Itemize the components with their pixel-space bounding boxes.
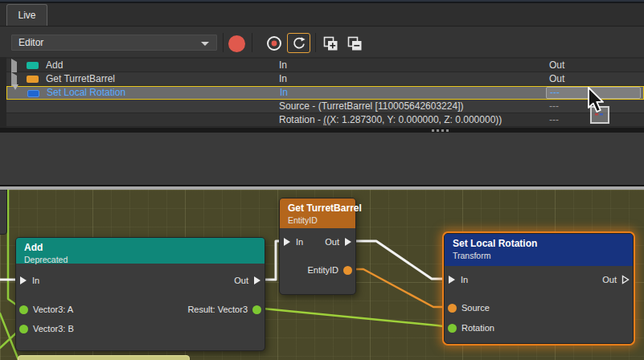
toolbar-separator	[223, 33, 224, 52]
debug-node-tree: Add In Out Get TurretBarrel In Out Set L…	[0, 57, 644, 128]
node-subtitle: EntityID	[288, 215, 347, 225]
script-canvas-debugger-window: Live Editor	[0, 0, 644, 360]
data-pin-icon	[252, 305, 261, 314]
capture-target-button[interactable]	[264, 33, 285, 54]
tab-live-label: Live	[18, 10, 35, 21]
pin-result-vector3[interactable]: Result: Vector3	[187, 305, 261, 314]
pin-rotation[interactable]: Rotation	[448, 323, 494, 333]
out-cell-hover-highlight[interactable]	[546, 87, 641, 99]
pin-entityid[interactable]: EntityID	[307, 265, 352, 275]
pin-exec-out[interactable]: Out	[602, 275, 630, 284]
tree-gutter	[0, 57, 6, 128]
pin-label: Result: Vector3	[187, 305, 248, 314]
record-icon	[228, 35, 245, 52]
record-target-icon	[265, 35, 283, 52]
collapse-all-button[interactable]	[344, 33, 365, 54]
pin-vector3-b[interactable]: Vector3: B	[19, 324, 74, 333]
node-color-chip	[27, 76, 39, 83]
data-pin-icon	[448, 324, 457, 333]
exec-pin-icon	[19, 276, 27, 285]
node-set-local-rotation[interactable]: Set Local Rotation Transform In Out Sour…	[444, 233, 634, 344]
pin-exec-out[interactable]: Out	[234, 276, 261, 285]
data-pin-icon	[448, 304, 457, 313]
tree-row-label: Add	[46, 59, 63, 71]
pin-exec-in[interactable]: In	[283, 237, 303, 247]
tree-row-out-cell[interactable]: ---	[550, 87, 560, 98]
tree-row-get-turretbarrel[interactable]: Get TurretBarrel In Out	[6, 72, 644, 86]
tree-subrow-label: Source - (TurretBarrel [110005642603224]…	[279, 100, 463, 112]
tree-row-in-cell[interactable]: In	[279, 73, 287, 84]
pin-label: In	[296, 237, 303, 247]
wire-entityid-to-source[interactable]	[348, 269, 447, 307]
tree-row-set-local-rotation-selected[interactable]: Set Local Rotation In ---	[6, 86, 644, 100]
exec-pin-icon	[344, 237, 352, 247]
tree-row-out-cell[interactable]: Out	[549, 73, 564, 84]
exec-pin-hollow-icon	[621, 275, 630, 284]
tree-row-in-cell[interactable]: In	[279, 59, 287, 71]
data-pin-icon	[19, 325, 28, 333]
node-color-chip	[27, 62, 39, 69]
node-set-header[interactable]: Set Local Rotation Transform	[445, 234, 633, 266]
exec-pin-icon	[448, 275, 456, 284]
pin-label: In	[461, 275, 468, 284]
target-select-value: Editor	[18, 37, 43, 48]
pin-label: EntityID	[307, 265, 338, 275]
tree-row-add[interactable]: Add In Out	[6, 59, 644, 72]
pin-label: Vector3: A	[33, 305, 73, 314]
pin-label: Out	[325, 237, 339, 247]
tree-row-out-cell[interactable]: Out	[549, 59, 564, 71]
tree-row-label: Get TurretBarrel	[46, 73, 115, 84]
pin-label: Source	[461, 303, 490, 313]
node-title: Add	[24, 242, 256, 253]
pin-exec-in[interactable]: In	[19, 276, 39, 285]
refresh-icon	[292, 36, 306, 51]
empty-panel	[0, 133, 644, 185]
pin-label: Rotation	[461, 323, 494, 333]
pin-source[interactable]: Source	[448, 303, 490, 313]
tab-live[interactable]: Live	[6, 4, 47, 26]
tree-row-in-cell[interactable]: In	[280, 87, 288, 98]
wire-result-to-rotation[interactable]	[263, 309, 448, 327]
target-select[interactable]: Editor	[11, 35, 217, 51]
splitter-handle-icon	[432, 129, 449, 132]
exec-pin-icon	[283, 237, 291, 247]
pin-vector3-a[interactable]: Vector3: A	[19, 305, 73, 314]
script-canvas-graph[interactable]: Add Deprecated In Out Vector3: A Vector3…	[0, 190, 644, 360]
pin-label: Out	[234, 276, 248, 285]
node-add[interactable]: Add Deprecated In Out Vector3: A Vector3…	[15, 237, 265, 351]
node-subtitle: Transform	[453, 251, 625, 260]
exec-pin-icon	[253, 276, 261, 285]
data-pin-icon	[19, 305, 28, 314]
node-get-header[interactable]: Get TurretBarrel EntityID	[280, 198, 355, 228]
record-button[interactable]	[226, 33, 247, 54]
pin-exec-out[interactable]: Out	[325, 237, 352, 247]
node-title: Set Local Rotation	[453, 238, 625, 249]
node-subtitle: Deprecated	[24, 255, 256, 264]
tree-subrow-label: Rotation - ((X: 1.287300, Y: 0.000000, Z…	[279, 114, 502, 125]
offscreen-node-header[interactable]	[18, 355, 190, 360]
tree-subrow-out-cell: ---	[549, 100, 559, 112]
node-color-chip	[27, 90, 39, 97]
wire-get-to-set[interactable]	[355, 241, 447, 279]
expand-all-icon	[323, 36, 338, 51]
tree-subrow-out-cell: ---	[549, 114, 559, 125]
debugger-toolbar: Editor	[0, 27, 644, 58]
tree-resize-dots[interactable]	[323, 123, 333, 125]
expander-collapsed-icon[interactable]	[11, 62, 17, 73]
data-pin-icon	[343, 266, 352, 275]
expand-all-button[interactable]	[320, 33, 341, 54]
node-add-header[interactable]: Add Deprecated	[16, 238, 265, 264]
offscreen-node-edge[interactable]	[0, 190, 7, 235]
tree-row-label: Set Local Rotation	[47, 87, 125, 98]
node-get-turretbarrel[interactable]: Get TurretBarrel EntityID In Out EntityI…	[279, 198, 356, 295]
toolbar-separator	[252, 33, 252, 52]
pin-exec-in[interactable]: In	[448, 275, 468, 284]
toolbar-separator	[315, 33, 316, 52]
pin-label: Vector3: B	[33, 324, 74, 333]
pin-label: In	[32, 276, 39, 285]
tree-subrow-source[interactable]: Source - (TurretBarrel [110005642603224]…	[6, 100, 644, 113]
tab-bar: Live	[0, 3, 644, 27]
node-title: Get TurretBarrel	[288, 202, 347, 214]
chevron-down-icon	[201, 42, 209, 46]
refresh-button[interactable]	[287, 33, 310, 53]
